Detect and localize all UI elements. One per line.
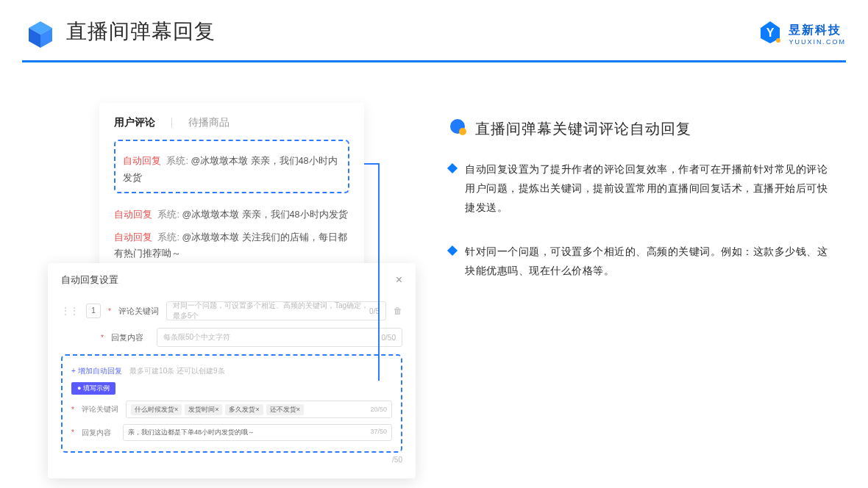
connector-line [378, 163, 380, 381]
tab-user-comments[interactable]: 用户评论 [114, 116, 155, 129]
tag[interactable]: 多久发货× [225, 404, 263, 415]
add-note: 最多可建10条 还可以创建9条 [129, 367, 224, 375]
system-label: 系统: [157, 209, 179, 220]
content-input[interactable]: 每条限50个中文字符 0/50 [157, 328, 402, 347]
keyword-input[interactable]: 对同一个问题，可设置多个相近、高频的关键词，Tag确定，最多5个 0/5 [166, 301, 386, 320]
auto-reply-tag: 自动回复 [114, 209, 152, 220]
svg-text:Y: Y [766, 26, 775, 39]
bullet-icon [447, 245, 458, 256]
settings-title: 自动回复设置 [61, 273, 118, 287]
tab-pending-goods[interactable]: 待播商品 [188, 116, 230, 129]
auto-reply-settings-card: 自动回复设置 × ⋮⋮ 1 * 评论关键词 对同一个问题，可设置多个相近、高频的… [48, 263, 416, 478]
brand-logo-block: Y 昱新科技 YUUXIN.COM [758, 20, 846, 48]
connector-line [364, 163, 378, 165]
required-star: * [101, 334, 104, 342]
tag[interactable]: 还不发货× [266, 404, 304, 415]
content-label: 回复内容 [111, 332, 149, 343]
bullet-icon [447, 163, 458, 173]
example-keyword-tags[interactable]: 什么时候发货× 发货时间× 多久发货× 还不发货× 20/50 [126, 401, 392, 418]
tab-separator [171, 118, 172, 128]
example-content-label: 回复内容 [82, 428, 115, 438]
example-block: + 增加自动回复 最多可建10条 还可以创建9条 ● 填写示例 * 评论关键词 … [61, 354, 402, 453]
highlighted-reply: 自动回复 系统: @冰墩墩本墩 亲亲，我们48小时内发货 [114, 140, 349, 193]
close-icon[interactable]: × [396, 273, 402, 287]
section-title: 直播间弹幕关键词评论自动回复 [475, 119, 691, 139]
rule-index: 1 [86, 304, 101, 318]
auto-reply-tag: 自动回复 [114, 232, 152, 243]
section-icon [449, 118, 468, 140]
keyword-label: 评论关键词 [118, 306, 159, 317]
outer-count: /50 [61, 456, 402, 464]
auto-reply-tag: 自动回复 [123, 156, 161, 166]
bullet-text-2: 针对同一个问题，可设置多个相近的、高频的关键词。例如：这款多少钱、这块能优惠吗、… [465, 243, 833, 281]
svg-point-6 [459, 128, 466, 135]
tag[interactable]: 发货时间× [185, 404, 222, 415]
required-star: * [108, 307, 111, 315]
system-label: 系统: [166, 156, 188, 166]
reply-text: @冰墩墩本墩 亲亲，我们48小时内发货 [182, 209, 347, 220]
brand-sub: YUUXIN.COM [789, 38, 846, 46]
example-badge: ● 填写示例 [71, 382, 115, 395]
system-label: 系统: [157, 232, 179, 243]
brand-name: 昱新科技 [789, 23, 846, 38]
page-title: 直播间弹幕回复 [66, 18, 216, 46]
add-auto-reply-link[interactable]: + 增加自动回复 [71, 367, 122, 375]
trash-icon[interactable]: 🗑 [394, 306, 402, 316]
brand-logo-icon: Y [758, 20, 783, 48]
bullet-text-1: 自动回复设置为了提升作者的评论回复效率，作者可在开播前针对常见的评论用户问题，提… [465, 160, 833, 218]
example-kw-label: 评论关键词 [82, 404, 118, 415]
header-divider [22, 60, 846, 62]
content-count: 0/50 [382, 334, 396, 342]
example-kw-count: 20/50 [370, 406, 387, 413]
example-content-count: 37/50 [370, 428, 387, 437]
svg-point-4 [776, 38, 780, 43]
tag[interactable]: 什么时候发货× [131, 404, 182, 415]
example-content-text[interactable]: 亲，我们这边都是下单48小时内发货的哦～ 37/50 [123, 424, 392, 441]
drag-handle-icon[interactable]: ⋮⋮ [61, 306, 79, 316]
cube-icon [26, 20, 55, 49]
